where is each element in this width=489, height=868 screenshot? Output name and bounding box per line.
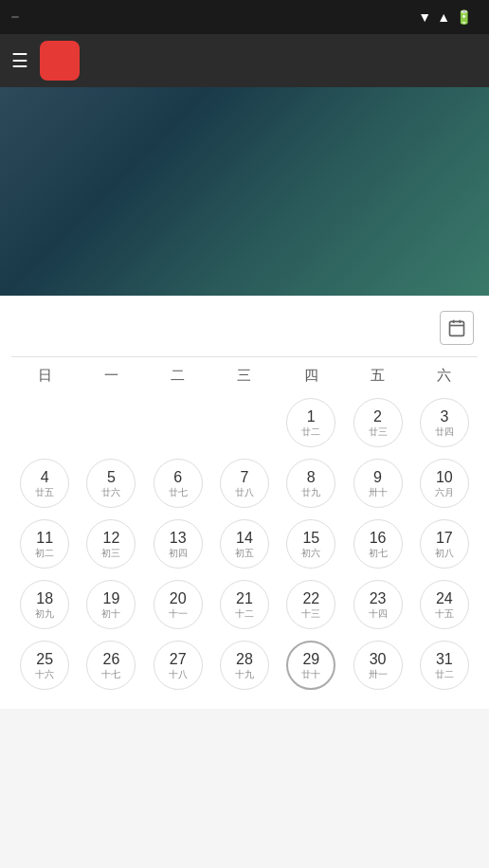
calendar-day-lunar: 廿六 <box>101 487 120 498</box>
calendar-day-number: 29 <box>302 650 319 668</box>
calendar-day-number: 20 <box>170 589 187 607</box>
calendar-day-lunar: 廿八 <box>235 487 254 498</box>
calendar-section: 日一二三四五六 1廿二2廿三3廿四4廿五5廿六6廿七7廿八8廿九9卅十10六月1… <box>0 296 489 709</box>
calendar-day-button[interactable]: 19初十 <box>86 580 136 629</box>
calendar-day-cell <box>78 394 144 451</box>
calendar-day-cell <box>145 394 211 451</box>
calendar-empty-cell <box>86 398 136 447</box>
calendar-day-cell: 3廿四 <box>411 394 478 451</box>
calendar-day-button[interactable]: 26十七 <box>86 641 136 690</box>
calendar-day-button[interactable]: 15初六 <box>286 519 335 569</box>
calendar-day-number: 31 <box>436 650 453 668</box>
calendar-day-button[interactable]: 29廿十 <box>286 641 335 690</box>
calendar-day-button[interactable]: 9卅十 <box>353 459 403 508</box>
calendar-day-number: 23 <box>370 589 387 607</box>
calendar-day-cell: 30卅一 <box>344 637 410 694</box>
calendar-day-lunar: 十四 <box>369 608 388 620</box>
calendar-day-cell: 2廿三 <box>344 394 410 451</box>
calendar-day-cell <box>11 394 78 451</box>
calendar-day-button[interactable]: 21十二 <box>220 580 269 629</box>
calendar-day-button[interactable]: 14初五 <box>220 519 269 569</box>
calendar-day-cell: 15初六 <box>278 515 344 572</box>
calendar-day-button[interactable]: 22十三 <box>286 580 335 629</box>
calendar-day-button[interactable]: 23十四 <box>353 580 403 629</box>
calendar-day-lunar: 十三 <box>301 608 320 620</box>
calendar-day-number: 12 <box>103 529 120 547</box>
status-right: ▼ ▲ 🔋 <box>418 9 478 25</box>
calendar-day-button[interactable]: 11初二 <box>20 519 69 569</box>
calendar-day-number: 19 <box>103 589 120 607</box>
calendar-day-lunar: 廿九 <box>301 487 320 498</box>
calendar-day-cell: 11初二 <box>11 515 78 572</box>
calendar-day-cell: 6廿七 <box>145 455 211 512</box>
calendar-empty-cell <box>20 398 69 447</box>
calendar-day-cell: 21十二 <box>211 576 278 633</box>
calendar-day-lunar: 初二 <box>35 548 54 559</box>
calendar-day-number: 10 <box>436 468 453 486</box>
calendar-day-button[interactable]: 30卅一 <box>353 641 403 690</box>
menu-icon[interactable]: ☰ <box>11 49 28 72</box>
battery-icon: 🔋 <box>456 9 472 25</box>
calendar-empty-cell <box>154 398 203 447</box>
calendar-day-button[interactable]: 2廿三 <box>353 398 403 447</box>
calendar-day-button[interactable]: 10六月 <box>420 459 469 508</box>
calendar-day-lunar: 初七 <box>369 548 388 559</box>
calendar-day-button[interactable]: 28十九 <box>220 641 269 690</box>
calendar-day-number: 16 <box>370 529 387 547</box>
calendar-day-number: 15 <box>302 529 319 547</box>
calendar-day-button[interactable]: 16初七 <box>353 519 403 569</box>
calendar-day-cell: 5廿六 <box>78 455 144 512</box>
calendar-day-lunar: 十二 <box>235 608 254 620</box>
calendar-day-number: 13 <box>170 529 187 547</box>
calendar-day-button[interactable]: 5廿六 <box>86 459 136 508</box>
calendar-day-button[interactable]: 18初九 <box>20 580 69 629</box>
calendar-day-cell: 7廿八 <box>211 455 278 512</box>
calendar-day-lunar: 廿三 <box>369 426 388 438</box>
calendar-day-cell: 26十七 <box>78 637 144 694</box>
calendar-day-button[interactable]: 17初八 <box>420 519 469 569</box>
calendar-day-button[interactable]: 27十八 <box>154 641 203 690</box>
calendar-day-button[interactable]: 13初四 <box>154 519 203 569</box>
calendar-day-cell: 27十八 <box>145 637 211 694</box>
calendar-day-number: 18 <box>36 589 53 607</box>
calendar-day-lunar: 初四 <box>169 548 188 559</box>
calendar-day-number: 30 <box>370 650 387 668</box>
calendar-day-lunar: 初五 <box>235 548 254 559</box>
weekday-label: 日 <box>11 367 78 385</box>
weekday-label: 三 <box>211 367 278 385</box>
calendar-day-cell: 31廿二 <box>411 637 478 694</box>
weekday-label: 二 <box>145 367 211 385</box>
app-logo <box>40 41 80 81</box>
calendar-day-number: 17 <box>436 529 453 547</box>
calendar-day-lunar: 初八 <box>435 548 454 559</box>
weekday-label: 一 <box>78 367 144 385</box>
calendar-day-number: 11 <box>36 529 53 547</box>
calendar-day-number: 3 <box>440 407 448 425</box>
calendar-day-button[interactable]: 4廿五 <box>20 459 69 508</box>
calendar-day-button[interactable]: 7廿八 <box>220 459 269 508</box>
calendar-day-button[interactable]: 20十一 <box>154 580 203 629</box>
calendar-day-cell: 1廿二 <box>278 394 344 451</box>
calendar-day-lunar: 初九 <box>35 608 54 620</box>
calendar-day-button[interactable]: 31廿二 <box>420 641 469 690</box>
calendar-day-button[interactable]: 25十六 <box>20 641 69 690</box>
calendar-day-button[interactable]: 12初三 <box>86 519 136 569</box>
calendar-day-cell: 28十九 <box>211 637 278 694</box>
calendar-day-button[interactable]: 1廿二 <box>286 398 335 447</box>
calendar-day-number: 4 <box>41 468 49 486</box>
keyboard-icon <box>11 16 19 18</box>
calendar-day-button[interactable]: 6廿七 <box>154 459 203 508</box>
calendar-day-button[interactable]: 3廿四 <box>420 398 469 447</box>
calendar-day-lunar: 廿十 <box>301 669 320 680</box>
calendar-day-button[interactable]: 8廿九 <box>286 459 335 508</box>
weekday-label: 六 <box>411 367 478 385</box>
calendar-day-lunar: 十一 <box>169 608 188 620</box>
calendar-day-lunar: 初十 <box>101 608 120 620</box>
calendar-day-cell: 10六月 <box>411 455 478 512</box>
calendar-grid: 1廿二2廿三3廿四4廿五5廿六6廿七7廿八8廿九9卅十10六月11初二12初三1… <box>11 390 478 697</box>
calendar-toggle-button[interactable] <box>440 311 474 345</box>
calendar-day-button[interactable]: 24十五 <box>420 580 469 629</box>
calendar-day-cell: 12初三 <box>78 515 144 572</box>
hero-section <box>0 87 489 296</box>
calendar-day-number: 22 <box>302 589 319 607</box>
